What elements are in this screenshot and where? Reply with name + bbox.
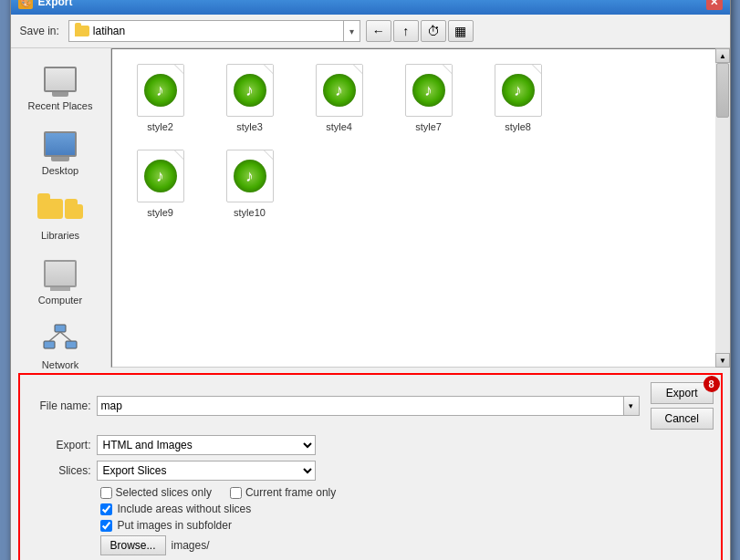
computer-icon <box>42 255 78 292</box>
title-bar: 🎨 Export ✕ <box>11 0 730 15</box>
sidebar-item-recent-places[interactable]: Recent Places <box>15 56 107 117</box>
file-item-style10[interactable]: style10 <box>209 142 291 224</box>
cancel-button[interactable]: Cancel <box>651 408 714 430</box>
close-button[interactable]: ✕ <box>706 0 723 10</box>
selected-slices-label: Selected slices only <box>116 486 212 499</box>
file-name-dropdown[interactable]: ▾ <box>623 396 640 416</box>
ps-logo-7 <box>234 160 266 192</box>
main-area: Recent Places Desktop Libraries <box>11 48 730 368</box>
file-row-1: style2 style3 styl <box>120 57 708 139</box>
file-icon-style4 <box>312 63 367 118</box>
file-item-style7[interactable]: style7 <box>388 57 470 139</box>
sidebar: Recent Places Desktop Libraries <box>11 48 111 368</box>
file-item-style4[interactable]: style4 <box>298 57 380 139</box>
include-areas-checkbox[interactable] <box>100 503 112 515</box>
sidebar-item-libraries[interactable]: Libraries <box>15 185 107 246</box>
sidebar-item-desktop[interactable]: Desktop <box>15 120 107 181</box>
toolbar: Save in: latihan ▾ ← ↑ ⏱ ▦ <box>11 15 730 48</box>
selected-slices-container: Selected slices only <box>100 486 212 499</box>
file-name-style7: style7 <box>415 121 442 132</box>
export-label: Export: <box>27 439 91 451</box>
svg-line-3 <box>49 332 60 341</box>
file-name-style9: style9 <box>147 207 173 218</box>
include-areas-row: Include areas without slices <box>100 503 714 515</box>
file-browser[interactable]: style2 style3 styl <box>111 48 715 368</box>
back-button[interactable]: ← <box>366 20 391 42</box>
dialog-icon: 🎨 <box>18 0 33 9</box>
svg-rect-1 <box>44 341 55 348</box>
svg-rect-2 <box>66 341 77 348</box>
sidebar-item-computer[interactable]: Computer <box>15 250 107 311</box>
svg-rect-0 <box>55 325 66 332</box>
file-item-style9[interactable]: style9 <box>120 142 202 224</box>
file-name-input[interactable] <box>97 396 623 416</box>
file-name-label: File name: <box>27 399 91 412</box>
ps-logo <box>144 74 177 107</box>
file-icon-style8 <box>491 63 546 118</box>
libraries-icon <box>42 191 78 227</box>
computer-shape <box>44 260 77 287</box>
monitor-shape <box>44 67 77 92</box>
slices-select[interactable]: Export Slices All Slices <box>97 461 316 481</box>
file-name-style2: style2 <box>147 121 173 132</box>
current-frame-container: Current frame only <box>230 486 336 499</box>
include-areas-label: Include areas without slices <box>118 503 252 515</box>
libraries-label: Libraries <box>41 230 79 241</box>
sidebar-item-network[interactable]: Network <box>15 315 107 376</box>
badge-8: 8 <box>704 376 720 392</box>
svg-line-4 <box>60 332 71 341</box>
scroll-down-button[interactable]: ▼ <box>715 353 730 368</box>
file-icon-style9 <box>133 149 188 203</box>
folder-icon <box>75 26 89 36</box>
slices-row: Slices: Export Slices All Slices <box>27 461 714 481</box>
ps-logo-3 <box>323 74 356 107</box>
scrollbar[interactable]: ▲ ▼ <box>715 48 730 368</box>
export-select[interactable]: HTML and Images CSS Layers Images Only <box>97 435 316 455</box>
ps-logo-5 <box>502 74 535 107</box>
file-row-2: style9 style10 <box>120 142 708 224</box>
network-icon <box>42 320 78 357</box>
slices-label: Slices: <box>27 464 91 477</box>
recent-button[interactable]: ⏱ <box>421 20 446 42</box>
computer-label: Computer <box>38 295 82 306</box>
file-name-style3: style3 <box>236 121 263 132</box>
selected-slices-checkbox[interactable] <box>100 487 112 499</box>
file-name-style10: style10 <box>234 207 266 218</box>
file-icon-style10 <box>223 149 277 203</box>
current-frame-checkbox[interactable] <box>230 487 242 499</box>
file-icon-style2 <box>133 63 188 118</box>
path-dropdown[interactable]: ▾ <box>344 20 360 42</box>
network-label: Network <box>42 359 78 370</box>
put-images-row: Put images in subfolder <box>100 519 714 532</box>
file-item-style3[interactable]: style3 <box>209 57 291 139</box>
toolbar-icons: ← ↑ ⏱ ▦ <box>366 20 474 42</box>
desktop-icon <box>42 126 78 162</box>
desktop-label: Desktop <box>42 165 78 176</box>
scroll-thumb[interactable] <box>716 63 729 118</box>
file-name-input-container: ▾ <box>97 396 640 416</box>
folder-shape-2 <box>65 204 83 219</box>
action-buttons: Export 8 Cancel <box>651 382 714 430</box>
network-svg <box>42 323 78 354</box>
put-images-checkbox[interactable] <box>100 520 112 532</box>
file-icon-style7 <box>401 63 456 118</box>
file-item-style2[interactable]: style2 <box>120 57 202 139</box>
ps-logo-4 <box>412 74 445 107</box>
file-item-style8[interactable]: style8 <box>477 57 559 139</box>
browse-row: Browse... images/ <box>100 535 714 555</box>
export-button[interactable]: Export 8 <box>651 382 714 404</box>
export-row: Export: HTML and Images CSS Layers Image… <box>27 435 714 455</box>
dialog-title: Export <box>38 0 73 8</box>
current-path: latihan <box>93 25 125 37</box>
path-box[interactable]: latihan <box>68 20 344 42</box>
scroll-track[interactable] <box>715 63 730 353</box>
desktop-shape <box>44 131 77 157</box>
browse-button[interactable]: Browse... <box>100 535 166 555</box>
title-bar-left: 🎨 Export <box>18 0 73 9</box>
ps-logo-2 <box>234 74 266 107</box>
scroll-up-button[interactable]: ▲ <box>715 48 730 63</box>
grid-view-button[interactable]: ▦ <box>448 20 474 42</box>
save-in-label: Save in: <box>20 25 59 37</box>
path-container: latihan ▾ <box>68 20 360 42</box>
up-button[interactable]: ↑ <box>393 20 419 42</box>
